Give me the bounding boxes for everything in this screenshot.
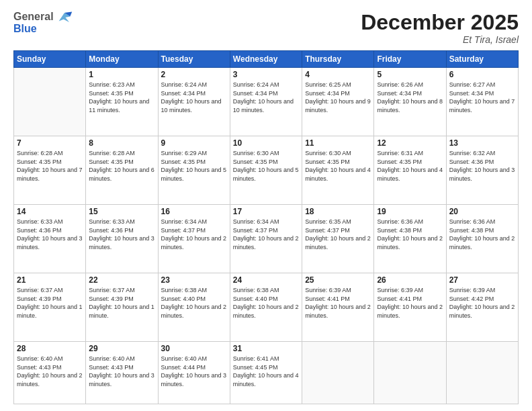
day-number: 5 [377,70,443,79]
day-number: 23 [161,275,227,285]
day-number: 17 [233,207,299,216]
day-info-line: Sunrise: 6:35 AM [305,218,371,226]
day-info: Sunrise: 6:24 AMSunset: 4:34 PMDaylight:… [161,81,227,114]
calendar-week-row: 14Sunrise: 6:33 AMSunset: 4:36 PMDayligh… [14,205,519,273]
calendar-header-tuesday: Tuesday [158,51,230,68]
day-info-line: Sunrise: 6:28 AM [17,149,83,158]
day-info-line: Sunset: 4:36 PM [449,158,515,167]
day-number: 16 [161,207,227,216]
day-info-line: Sunrise: 6:38 AM [233,286,299,295]
day-info-line: Sunset: 4:34 PM [161,89,227,98]
calendar-cell [14,68,86,136]
day-info-line: Sunset: 4:38 PM [377,226,443,235]
day-info: Sunrise: 6:34 AMSunset: 4:37 PMDaylight:… [233,218,299,251]
day-info-line: Sunset: 4:41 PM [305,295,371,304]
day-info-line: Sunrise: 6:36 AM [377,218,443,226]
day-info-line: Daylight: 10 hours and 6 minutes. [89,166,154,183]
calendar-cell: 23Sunrise: 6:38 AMSunset: 4:40 PMDayligh… [158,273,230,342]
day-info-line: Sunrise: 6:40 AM [89,355,154,363]
day-number: 11 [305,138,371,148]
day-info-line: Daylight: 10 hours and 2 minutes. [233,234,299,251]
day-info-line: Daylight: 10 hours and 9 minutes. [305,97,371,114]
day-info: Sunrise: 6:36 AMSunset: 4:38 PMDaylight:… [449,218,515,251]
day-info-line: Daylight: 10 hours and 4 minutes. [233,371,299,388]
calendar-cell: 16Sunrise: 6:34 AMSunset: 4:37 PMDayligh… [158,205,230,273]
day-info-line: Daylight: 10 hours and 10 minutes. [233,97,299,114]
logo-blue: Blue [13,23,54,35]
calendar-cell: 4Sunrise: 6:25 AMSunset: 4:34 PMDaylight… [302,68,374,136]
logo-bird-icon [55,8,74,27]
day-info-line: Daylight: 10 hours and 3 minutes. [89,371,154,388]
day-info: Sunrise: 6:23 AMSunset: 4:35 PMDaylight:… [89,81,154,114]
day-number: 9 [161,138,227,148]
day-number: 31 [233,344,299,353]
calendar-cell: 22Sunrise: 6:37 AMSunset: 4:39 PMDayligh… [86,273,158,342]
calendar-header-thursday: Thursday [302,51,374,68]
calendar-cell: 13Sunrise: 6:32 AMSunset: 4:36 PMDayligh… [446,136,518,205]
day-info: Sunrise: 6:39 AMSunset: 4:41 PMDaylight:… [305,286,371,320]
day-info: Sunrise: 6:39 AMSunset: 4:42 PMDaylight:… [449,286,515,320]
day-info-line: Daylight: 10 hours and 10 minutes. [161,97,227,114]
day-info: Sunrise: 6:32 AMSunset: 4:36 PMDaylight:… [449,149,515,183]
day-number: 28 [17,344,83,353]
day-info-line: Daylight: 10 hours and 2 minutes. [305,234,371,251]
day-number: 26 [377,275,443,285]
day-info-line: Daylight: 10 hours and 5 minutes. [161,166,227,183]
day-number: 6 [449,70,515,79]
day-info-line: Daylight: 10 hours and 2 minutes. [377,303,443,320]
day-info: Sunrise: 6:24 AMSunset: 4:34 PMDaylight:… [233,81,299,114]
day-info-line: Sunset: 4:38 PM [449,226,515,235]
day-info: Sunrise: 6:27 AMSunset: 4:34 PMDaylight:… [449,81,515,114]
day-info-line: Sunset: 4:34 PM [377,89,443,98]
day-number: 4 [305,70,371,79]
day-info-line: Sunset: 4:36 PM [17,226,83,235]
day-info-line: Sunset: 4:35 PM [377,158,443,167]
day-info-line: Sunrise: 6:30 AM [305,149,371,158]
calendar-cell: 14Sunrise: 6:33 AMSunset: 4:36 PMDayligh… [14,205,86,273]
day-number: 14 [17,207,83,216]
day-info-line: Daylight: 10 hours and 7 minutes. [17,166,83,183]
day-number: 29 [89,344,154,353]
day-info-line: Daylight: 10 hours and 1 minute. [17,303,83,320]
logo-general: General [13,11,54,23]
day-info: Sunrise: 6:40 AMSunset: 4:43 PMDaylight:… [89,355,154,388]
calendar-header-monday: Monday [86,51,158,68]
calendar-header-sunday: Sunday [14,51,86,68]
day-info-line: Sunrise: 6:29 AM [161,149,227,158]
day-info: Sunrise: 6:28 AMSunset: 4:35 PMDaylight:… [17,149,83,183]
calendar-week-row: 28Sunrise: 6:40 AMSunset: 4:43 PMDayligh… [14,342,519,404]
day-info-line: Sunrise: 6:39 AM [449,286,515,295]
header: General Blue December 2025 Et Tira, Isra… [13,11,519,45]
calendar-cell: 26Sunrise: 6:39 AMSunset: 4:41 PMDayligh… [374,273,446,342]
day-info-line: Sunset: 4:34 PM [233,89,299,98]
calendar-cell: 10Sunrise: 6:30 AMSunset: 4:35 PMDayligh… [230,136,302,205]
day-info: Sunrise: 6:25 AMSunset: 4:34 PMDaylight:… [305,81,371,114]
day-number: 25 [305,275,371,285]
calendar-cell: 15Sunrise: 6:33 AMSunset: 4:36 PMDayligh… [86,205,158,273]
calendar-cell: 12Sunrise: 6:31 AMSunset: 4:35 PMDayligh… [374,136,446,205]
calendar-cell: 20Sunrise: 6:36 AMSunset: 4:38 PMDayligh… [446,205,518,273]
day-info-line: Sunset: 4:45 PM [233,363,299,372]
day-info: Sunrise: 6:40 AMSunset: 4:43 PMDaylight:… [17,355,83,388]
calendar-cell: 8Sunrise: 6:28 AMSunset: 4:35 PMDaylight… [86,136,158,205]
calendar-cell: 29Sunrise: 6:40 AMSunset: 4:43 PMDayligh… [86,342,158,404]
calendar-cell: 19Sunrise: 6:36 AMSunset: 4:38 PMDayligh… [374,205,446,273]
day-number: 7 [17,138,83,148]
day-info: Sunrise: 6:33 AMSunset: 4:36 PMDaylight:… [89,218,154,251]
day-info: Sunrise: 6:39 AMSunset: 4:41 PMDaylight:… [377,286,443,320]
day-info-line: Sunset: 4:39 PM [17,295,83,304]
day-info-line: Sunrise: 6:37 AM [17,286,83,295]
day-info-line: Sunset: 4:37 PM [305,226,371,235]
calendar-week-row: 1Sunrise: 6:23 AMSunset: 4:35 PMDaylight… [14,68,519,136]
calendar-cell: 17Sunrise: 6:34 AMSunset: 4:37 PMDayligh… [230,205,302,273]
calendar-cell: 9Sunrise: 6:29 AMSunset: 4:35 PMDaylight… [158,136,230,205]
day-info-line: Sunrise: 6:34 AM [161,218,227,226]
day-info-line: Sunset: 4:34 PM [305,89,371,98]
day-number: 2 [161,70,227,79]
day-number: 20 [449,207,515,216]
day-info-line: Sunrise: 6:39 AM [305,286,371,295]
calendar-cell: 3Sunrise: 6:24 AMSunset: 4:34 PMDaylight… [230,68,302,136]
day-info: Sunrise: 6:26 AMSunset: 4:34 PMDaylight:… [377,81,443,114]
day-info-line: Sunset: 4:36 PM [89,226,154,235]
day-info-line: Sunrise: 6:30 AM [233,149,299,158]
